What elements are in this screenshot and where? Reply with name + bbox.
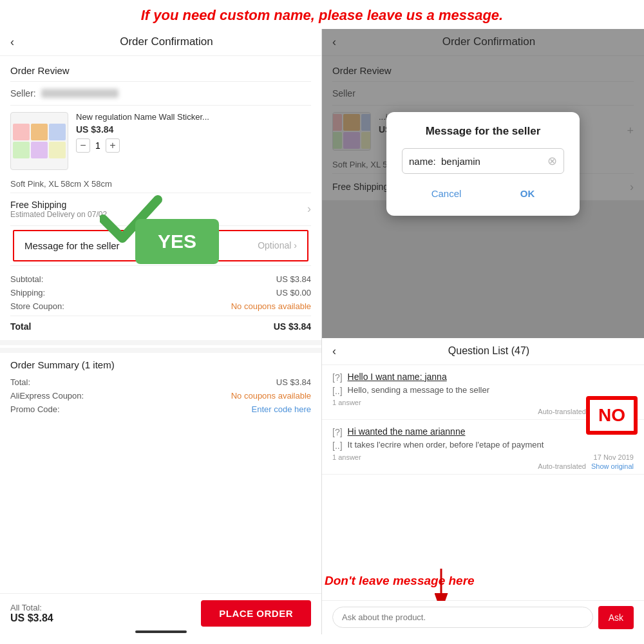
product-image-grid (13, 124, 66, 158)
top-header: If you need custom name, please leave us… (0, 0, 644, 29)
q-answer-1: [..] Hello, sending a message to the sel… (332, 385, 634, 396)
left-panel: ‹ Order Confirmation Order Review Seller… (0, 29, 322, 634)
os-total-value: US $3.84 (276, 377, 311, 387)
place-order-bar: All Total: US $3.84 PLACE ORDER (0, 593, 321, 634)
os-ali-value[interactable]: No coupons available (231, 391, 311, 401)
instruction-text: If you need custom name, please leave us… (10, 6, 634, 25)
modal-box: Message for the seller ⊗ Cancel OK (386, 112, 580, 216)
os-total-label: Total: (10, 377, 30, 387)
question-list-panel: ‹ Question List (47) [?] Hello I want na… (322, 338, 644, 634)
auto-translated-1: Auto-translated (538, 408, 586, 415)
qty-control: − 1 + (76, 138, 311, 153)
q-date-2: 17 Nov 2019 (594, 453, 634, 461)
q-back-button[interactable]: ‹ (332, 345, 336, 358)
order-summary-title: Order Summary (1 item) (10, 359, 311, 370)
modal-overlay: Message for the seller ⊗ Cancel OK (322, 29, 644, 338)
answer-icon-2: [..] (332, 440, 343, 451)
summary-section: Subtotal: US $3.84 Shipping: US $0.00 St… (0, 266, 321, 340)
left-back-button[interactable]: ‹ (10, 35, 14, 49)
yes-text: YES (158, 231, 196, 252)
auto-translated-2: Auto-translated (538, 462, 586, 470)
q-main-1: [?] Hello I want name: janna (332, 372, 634, 383)
q-nav: ‹ Question List (47) (322, 338, 644, 365)
message-seller-chevron-icon: › (294, 240, 297, 251)
modal-title: Message for the seller (402, 125, 564, 138)
os-total-row: Total: US $3.84 (10, 375, 311, 389)
coupon-row: Store Coupon: No coupons available (10, 299, 311, 313)
yes-badge: YES (135, 219, 219, 264)
message-seller-optional: Optional (258, 240, 291, 251)
section-divider (0, 340, 321, 345)
img-cell-6 (49, 142, 66, 158)
left-nav: ‹ Order Confirmation (0, 29, 321, 56)
os-ali-label: AliExpress Coupon: (10, 391, 84, 401)
qty-plus-button[interactable]: + (106, 138, 120, 153)
order-summary-section: Order Summary (1 item) Total: US $3.84 A… (0, 348, 321, 422)
bottom-bar-line (135, 630, 187, 633)
product-info: New regulation Name Wall Sticker... US $… (76, 112, 311, 153)
product-image (10, 112, 68, 170)
modal-clear-button[interactable]: ⊗ (547, 154, 557, 168)
coupon-label: Store Coupon: (10, 301, 64, 311)
total-value: US $3.84 (274, 321, 311, 332)
q-count-2: 1 answer (332, 453, 361, 461)
q-translated-2: Auto-translated Show original (332, 462, 634, 470)
main-layout: ‹ Order Confirmation Order Review Seller… (0, 29, 644, 634)
coupon-value[interactable]: No coupons available (231, 301, 311, 311)
question-icon-1: [?] (332, 372, 343, 383)
seller-label: Seller: (10, 88, 36, 99)
right-panel: ‹ Order Confirmation Order Review Seller (322, 29, 644, 634)
shipping-label: Free Shipping (10, 200, 107, 210)
modal-cancel-button[interactable]: Cancel (416, 184, 477, 203)
shipping-sub: Estimated Delivery on 07/02 (10, 210, 107, 219)
left-panel-title: Order Confirmation (22, 35, 311, 48)
q-title: Question List (47) (344, 345, 634, 357)
order-review-label: Order Review (0, 56, 321, 81)
modal-actions: Cancel OK (402, 184, 564, 203)
q-ans-text-1: Hello, sending a message to the seller (348, 385, 489, 395)
seller-name-blurred (41, 89, 118, 98)
seller-row: Seller: (0, 82, 321, 105)
qty-value: 1 (95, 140, 100, 151)
q-text-2[interactable]: Hi wanted the name ariannne (348, 426, 466, 437)
show-original-2[interactable]: Show original (591, 462, 634, 470)
question-icon-2: [?] (332, 427, 343, 437)
q-count-1: 1 answer (332, 399, 361, 406)
ask-button[interactable]: Ask (598, 606, 634, 629)
modal-ok-button[interactable]: OK (505, 184, 551, 203)
img-cell-2 (31, 124, 48, 140)
os-aliexpress-row: AliExpress Coupon: No coupons available (10, 389, 311, 402)
modal-input-row[interactable]: ⊗ (402, 148, 564, 174)
img-cell-1 (13, 124, 30, 140)
img-cell-4 (13, 142, 30, 158)
total-label: Total (10, 321, 31, 332)
q-text-1[interactable]: Hello I want name: janna (348, 372, 447, 382)
q-ans-text-2: It takes l'ecrire when order, before l'e… (348, 440, 544, 450)
q-answer-2: [..] It takes l'ecrire when order, befor… (332, 440, 634, 451)
message-seller-right: Optional › (258, 240, 297, 251)
product-price: US $3.84 (76, 124, 311, 135)
footer-total-label: All Total: (10, 603, 53, 612)
modal-input-field[interactable] (409, 156, 547, 167)
subtotal-label: Subtotal: (10, 274, 43, 284)
place-order-button[interactable]: PLACE ORDER (201, 600, 311, 627)
img-cell-3 (49, 124, 66, 140)
product-name: New regulation Name Wall Sticker... (76, 112, 311, 122)
ask-input-field[interactable] (332, 607, 593, 628)
product-variant: Soft Pink, XL 58cm X 58cm (0, 176, 321, 193)
subtotal-row: Subtotal: US $3.84 (10, 272, 311, 286)
no-badge: NO (586, 396, 638, 435)
qty-minus-button[interactable]: − (76, 138, 90, 153)
os-promo-value[interactable]: Enter code here (251, 404, 311, 414)
os-promo-label: Promo Code: (10, 404, 60, 414)
shipping-sum-value: US $0.00 (276, 288, 311, 298)
product-row: New regulation Name Wall Sticker... US $… (0, 106, 321, 176)
shipping-summary-row: Shipping: US $0.00 (10, 286, 311, 299)
footer-total-price: US $3.84 (10, 612, 53, 624)
divider-6 (10, 316, 311, 316)
subtotal-value: US $3.84 (276, 274, 311, 284)
shipping-chevron-icon: › (307, 202, 311, 216)
os-promo-row: Promo Code: Enter code here (10, 402, 311, 416)
img-cell-5 (31, 142, 48, 158)
red-arrow-down-container (425, 569, 457, 603)
